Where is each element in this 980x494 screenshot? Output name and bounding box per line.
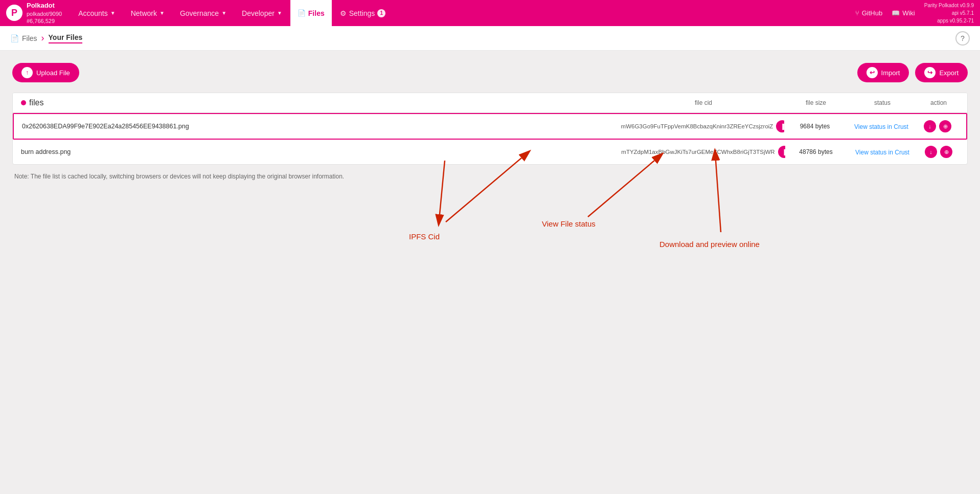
accounts-label: Accounts bbox=[78, 9, 108, 17]
wiki-label: Wiki bbox=[902, 9, 915, 17]
files-icon: 📄 bbox=[298, 9, 306, 17]
download-preview-annotation: Download and preview online bbox=[659, 240, 760, 249]
network-label: Network bbox=[131, 9, 157, 17]
pink-dot-icon bbox=[21, 100, 26, 105]
version-apps: apps v0.95.2-71 bbox=[924, 17, 974, 25]
note-text: Note: The file list is cached locally, s… bbox=[12, 173, 968, 180]
upload-label: Upload File bbox=[36, 69, 70, 77]
breadcrumb-files-label: Files bbox=[22, 34, 37, 42]
download-button[interactable]: ↓ bbox=[925, 146, 937, 158]
developer-label: Developer bbox=[242, 9, 275, 17]
help-button[interactable]: ? bbox=[955, 31, 970, 46]
nav-files[interactable]: 📄 Files bbox=[290, 0, 332, 26]
files-title: files bbox=[21, 98, 622, 107]
brand-text: Polkadot polkadot/9090 #6,766,529 bbox=[27, 2, 62, 25]
settings-badge: 1 bbox=[377, 9, 385, 17]
breadcrumb-your-files-label: Your Files bbox=[49, 33, 83, 41]
download-preview-label: Download and preview online bbox=[659, 240, 760, 249]
svg-line-3 bbox=[446, 158, 521, 222]
brand-name: Polkadot bbox=[27, 2, 62, 10]
nav-network[interactable]: Network ▼ bbox=[124, 0, 172, 26]
nav-developer[interactable]: Developer ▼ bbox=[235, 0, 289, 26]
files-title-label: files bbox=[29, 98, 43, 107]
view-file-status-annotation: View File status bbox=[542, 219, 596, 228]
github-link[interactable]: ⑂ GitHub bbox=[855, 9, 882, 17]
col-header-cid: file cid bbox=[622, 99, 785, 106]
export-label: Export bbox=[939, 69, 959, 77]
file-size: 9684 bytes bbox=[784, 123, 846, 130]
col-header-action: action bbox=[918, 99, 959, 106]
nav-governance[interactable]: Governance ▼ bbox=[173, 0, 234, 26]
brand-logo: P bbox=[6, 5, 22, 21]
settings-label: Settings bbox=[349, 9, 375, 17]
import-button[interactable]: ↩ Import bbox=[857, 63, 909, 82]
view-status-link[interactable]: View status in Crust bbox=[854, 123, 908, 130]
settings-gear-icon: ⚙ bbox=[340, 9, 347, 17]
top-navigation: P Polkadot polkadot/9090 #6,766,529 Acco… bbox=[0, 0, 980, 26]
ipfs-cid-annotation: IPFS Cid bbox=[409, 232, 440, 241]
preview-button[interactable]: ⊕ bbox=[939, 120, 951, 132]
export-icon: ↪ bbox=[924, 67, 936, 78]
import-icon: ↩ bbox=[867, 67, 878, 78]
file-status: View status in Crust bbox=[846, 123, 917, 130]
view-status-link[interactable]: View status in Crust bbox=[855, 149, 909, 156]
network-chevron-icon: ▼ bbox=[159, 10, 165, 16]
governance-chevron-icon: ▼ bbox=[221, 10, 226, 16]
download-button[interactable]: ↓ bbox=[924, 120, 936, 132]
svg-line-1 bbox=[440, 161, 445, 214]
nav-items: Accounts ▼ Network ▼ Governance ▼ Develo… bbox=[71, 0, 855, 26]
col-header-size: file size bbox=[785, 99, 847, 106]
preview-button[interactable]: ⊕ bbox=[940, 146, 952, 158]
github-icon: ⑂ bbox=[855, 9, 859, 17]
version-api: api v5.7.1 bbox=[924, 9, 974, 17]
ipfs-cid-label: IPFS Cid bbox=[409, 232, 440, 241]
svg-line-5 bbox=[716, 161, 721, 232]
brand-network: polkadot/9090 bbox=[27, 10, 62, 17]
cid-icon[interactable]: ▐ bbox=[778, 146, 785, 158]
upload-icon: ↑ bbox=[21, 67, 33, 78]
breadcrumb-bar: 📄 Files › Your Files ? bbox=[0, 26, 980, 51]
export-button[interactable]: ↪ Export bbox=[915, 63, 968, 82]
import-label: Import bbox=[881, 69, 900, 77]
files-label: Files bbox=[308, 9, 325, 17]
github-label: GitHub bbox=[862, 9, 882, 17]
toolbar: ↑ Upload File ↩ Import ↪ Export bbox=[12, 63, 968, 82]
governance-label: Governance bbox=[180, 9, 219, 17]
breadcrumb-your-files[interactable]: Your Files bbox=[49, 33, 83, 43]
version-info: Parity Polkadot v0.9.9 api v5.7.1 apps v… bbox=[924, 2, 974, 25]
accounts-chevron-icon: ▼ bbox=[110, 10, 116, 16]
upload-file-button[interactable]: ↑ Upload File bbox=[12, 63, 79, 82]
table-row: burn address.png QmTYZdpM1axBbGwJKiTs7ur… bbox=[13, 140, 967, 164]
breadcrumb-separator: › bbox=[41, 33, 44, 43]
nav-right: ⑂ GitHub 📖 Wiki Parity Polkadot v0.9.9 a… bbox=[855, 2, 974, 25]
file-action: ↓ ⊕ bbox=[917, 120, 958, 132]
file-name: burn address.png bbox=[21, 148, 622, 155]
col-header-status: status bbox=[847, 99, 918, 106]
file-status: View status in Crust bbox=[847, 148, 918, 156]
table-row: 0x2620638EDA99F9e7E902Ea24a285456EE94388… bbox=[13, 113, 967, 140]
wiki-icon: 📖 bbox=[892, 9, 900, 17]
file-name: 0x2620638EDA99F9e7E902Ea24a285456EE94388… bbox=[22, 123, 621, 130]
files-table: files file cid file size status action 0… bbox=[12, 93, 968, 165]
version-polkadot: Parity Polkadot v0.9.9 bbox=[924, 2, 974, 9]
file-action: ↓ ⊕ bbox=[918, 146, 959, 158]
brand[interactable]: P Polkadot polkadot/9090 #6,766,529 bbox=[6, 2, 62, 25]
main-content: ↑ Upload File ↩ Import ↪ Export files fi… bbox=[0, 51, 980, 192]
file-cid: QmW6G3Go9FuTFppVemK8BcbazqKninr3ZREeYCzs… bbox=[621, 120, 784, 132]
cid-text: QmTYZdpM1axBbGwJKiTs7urGEMeZCWhxB8riGjT3… bbox=[622, 149, 775, 155]
toolbar-right: ↩ Import ↪ Export bbox=[857, 63, 968, 82]
brand-block: #6,766,529 bbox=[27, 17, 62, 25]
developer-chevron-icon: ▼ bbox=[277, 10, 282, 16]
breadcrumb-files-icon: 📄 bbox=[10, 34, 19, 42]
view-file-status-label: View File status bbox=[542, 219, 596, 228]
files-table-header: files file cid file size status action bbox=[13, 93, 967, 113]
cid-text: QmW6G3Go9FuTFppVemK8BcbazqKninr3ZREeYCzs… bbox=[621, 123, 773, 129]
file-cid: QmTYZdpM1axBbGwJKiTs7urGEMeZCWhxB8riGjT3… bbox=[622, 146, 785, 158]
nav-accounts[interactable]: Accounts ▼ bbox=[71, 0, 123, 26]
svg-line-4 bbox=[588, 161, 654, 217]
file-size: 48786 bytes bbox=[785, 148, 847, 155]
wiki-link[interactable]: 📖 Wiki bbox=[892, 9, 915, 17]
cid-icon[interactable]: ▐ bbox=[776, 120, 784, 132]
breadcrumb-files[interactable]: 📄 Files bbox=[10, 34, 37, 42]
nav-settings[interactable]: ⚙ Settings 1 bbox=[333, 0, 393, 26]
